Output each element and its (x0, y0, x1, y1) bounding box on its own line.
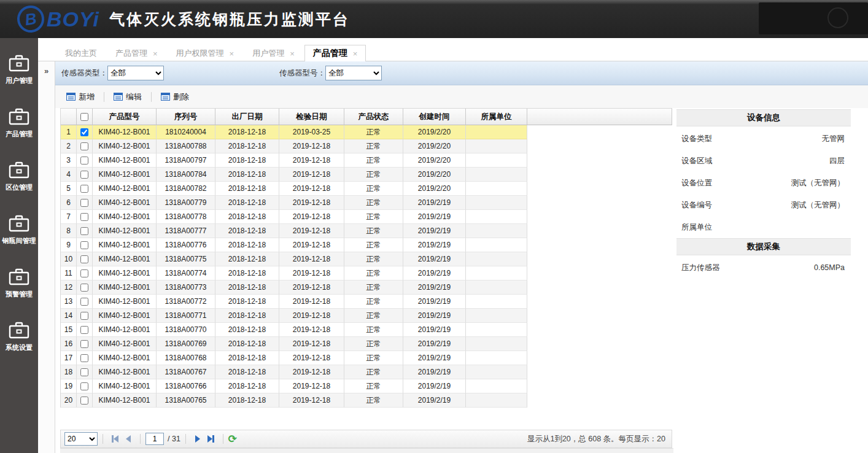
cell-row-number: 1 (61, 125, 77, 139)
row-checkbox[interactable] (80, 157, 88, 165)
row-checkbox[interactable] (80, 255, 88, 263)
page-size-select[interactable]: 20 (64, 432, 98, 446)
table-row[interactable]: 8 KIM40-12-B001 1318A00777 2018-12-18 20… (61, 224, 672, 238)
sidebar-item-1[interactable]: 产品管理 (0, 107, 38, 161)
row-checkbox[interactable] (80, 128, 88, 136)
tab[interactable]: 产品管理 × (304, 45, 366, 61)
row-checkbox[interactable] (80, 298, 88, 306)
row-checkbox[interactable] (80, 227, 88, 235)
first-page-button[interactable] (108, 432, 122, 446)
cell-status: 正常 (344, 139, 403, 153)
detail-field-value: 无管网 (822, 134, 845, 144)
row-checkbox[interactable] (80, 199, 88, 207)
table-row[interactable]: 15 KIM40-12-B001 1318A00770 2018-12-18 2… (61, 323, 672, 337)
row-checkbox[interactable] (80, 312, 88, 320)
table-row[interactable]: 16 KIM40-12-B001 1318A00769 2018-12-18 2… (61, 337, 672, 351)
row-checkbox[interactable] (80, 284, 88, 292)
tab-close-icon[interactable]: × (290, 49, 295, 58)
cell-status: 正常 (344, 393, 403, 408)
row-checkbox[interactable] (80, 142, 88, 150)
table-row[interactable]: 20 KIM40-12-B001 1318A00765 2018-12-18 2… (61, 393, 672, 408)
tab-close-icon[interactable]: × (153, 49, 158, 58)
cell-unit (466, 168, 527, 182)
cell-row-number: 3 (61, 153, 77, 168)
cell-checkbox (77, 238, 93, 252)
row-checkbox[interactable] (80, 340, 88, 348)
tab-close-icon[interactable]: × (230, 49, 234, 58)
row-checkbox[interactable] (80, 241, 88, 249)
row-checkbox[interactable] (80, 213, 88, 221)
table-row[interactable]: 7 KIM40-12-B001 1318A00778 2018-12-18 20… (61, 210, 672, 224)
prev-page-button[interactable] (122, 432, 135, 446)
table-row[interactable]: 17 KIM40-12-B001 1318A00768 2018-12-18 2… (61, 351, 672, 365)
table-row[interactable]: 11 KIM40-12-B001 1318A00774 2018-12-18 2… (61, 266, 672, 281)
next-page-button[interactable] (191, 432, 204, 446)
row-checkbox[interactable] (80, 382, 88, 390)
table-row[interactable]: 19 KIM40-12-B001 1318A00766 2018-12-18 2… (61, 379, 672, 393)
cell-serial: 1318A00769 (157, 337, 215, 351)
column-header-mfg-date[interactable]: 出厂日期 (215, 109, 279, 125)
column-header-unit[interactable]: 所属单位 (466, 109, 527, 125)
tab[interactable]: 用户权限管理 × (168, 45, 243, 61)
last-page-button[interactable] (204, 432, 218, 446)
cell-model: KIM40-12-B001 (93, 337, 157, 351)
column-header-serial[interactable]: 序列号 (157, 109, 215, 125)
refresh-icon[interactable]: ⟳ (228, 434, 237, 444)
cell-inspect-date: 2019-12-18 (279, 281, 344, 295)
table-row[interactable]: 10 KIM40-12-B001 1318A00775 2018-12-18 2… (61, 252, 672, 266)
sensor-type-select[interactable]: 全部 (107, 66, 164, 80)
cell-inspect-date: 2019-12-18 (279, 379, 344, 393)
cell-mfg-date: 2018-12-18 (215, 139, 279, 153)
row-checkbox[interactable] (80, 326, 88, 334)
sidebar-item-label: 钢瓶间管理 (2, 236, 36, 246)
table-row[interactable]: 13 KIM40-12-B001 1318A00772 2018-12-18 2… (61, 295, 672, 309)
sidebar-item-2[interactable]: 区位管理 (0, 161, 38, 214)
collapse-panel-toggle[interactable]: » (38, 61, 55, 453)
table-row[interactable]: 3 KIM40-12-B001 1318A00797 2018-12-18 20… (61, 153, 672, 168)
cell-created: 2019/2/20 (403, 125, 466, 139)
sidebar-nav: 用户管理 产品管理 区位管理 钢瓶间管理 (0, 38, 38, 453)
table-row[interactable]: 9 KIM40-12-B001 1318A00776 2018-12-18 20… (61, 238, 672, 252)
column-header-inspect-date[interactable]: 检验日期 (279, 109, 344, 125)
row-checkbox[interactable] (80, 354, 88, 362)
row-checkbox[interactable] (80, 171, 88, 179)
table-row[interactable]: 18 KIM40-12-B001 1318A00767 2018-12-18 2… (61, 365, 672, 379)
horizontal-scrollbar[interactable] (60, 448, 673, 453)
cell-checkbox (77, 351, 93, 365)
edit-button[interactable]: 编辑 (110, 90, 145, 104)
sidebar-item-3[interactable]: 钢瓶间管理 (0, 214, 38, 268)
table-row[interactable]: 2 KIM40-12-B001 1318A00788 2018-12-18 20… (61, 139, 672, 153)
sensor-model-select[interactable]: 全部 (325, 66, 382, 80)
tab[interactable]: 产品管理 × (107, 45, 166, 61)
tab[interactable]: 我的主页 (56, 45, 106, 61)
table-row[interactable]: 14 KIM40-12-B001 1318A00771 2018-12-18 2… (61, 309, 672, 323)
sidebar-item-5[interactable]: 系统设置 (0, 321, 38, 374)
column-header-status[interactable]: 产品状态 (344, 109, 403, 125)
table-row[interactable]: 4 KIM40-12-B001 1318A00784 2018-12-18 20… (61, 168, 672, 182)
detail-section: 设备信息 设备类型 无管网 设备区域 四层 设备位置 测试（无管网） 设备编号 … (676, 109, 851, 238)
column-header-model[interactable]: 产品型号 (93, 109, 157, 125)
cell-created: 2019/2/19 (403, 323, 466, 337)
row-checkbox[interactable] (80, 185, 88, 193)
boyi-logo-text: BOYi (47, 7, 99, 31)
detail-field-label: 设备区域 (681, 156, 712, 166)
tab[interactable]: 用户管理 × (244, 45, 303, 61)
row-checkbox[interactable] (80, 397, 88, 405)
table-row[interactable]: 6 KIM40-12-B001 1318A00779 2018-12-18 20… (61, 196, 672, 210)
row-checkbox[interactable] (80, 269, 88, 277)
delete-button[interactable]: 删除 (157, 90, 193, 104)
sidebar-item-4[interactable]: 预警管理 (0, 268, 38, 321)
cell-created: 2019/2/19 (403, 210, 466, 224)
column-header-created[interactable]: 创建时间 (403, 109, 466, 125)
tab-label: 产品管理 (313, 48, 347, 59)
add-button[interactable]: 新增 (63, 90, 98, 104)
table-row[interactable]: 12 KIM40-12-B001 1318A00773 2018-12-18 2… (61, 281, 672, 295)
sidebar-item-0[interactable]: 用户管理 (0, 54, 38, 107)
table-row[interactable]: 5 KIM40-12-B001 1318A00782 2018-12-18 20… (61, 182, 672, 196)
topbar-dark-region (759, 2, 868, 34)
page-number-input[interactable] (145, 433, 164, 445)
row-checkbox[interactable] (80, 368, 88, 376)
tab-close-icon[interactable]: × (353, 49, 358, 58)
select-all-checkbox[interactable] (80, 113, 88, 121)
table-row[interactable]: 1 KIM40-12-B001 1810240004 2018-12-18 20… (61, 125, 672, 139)
